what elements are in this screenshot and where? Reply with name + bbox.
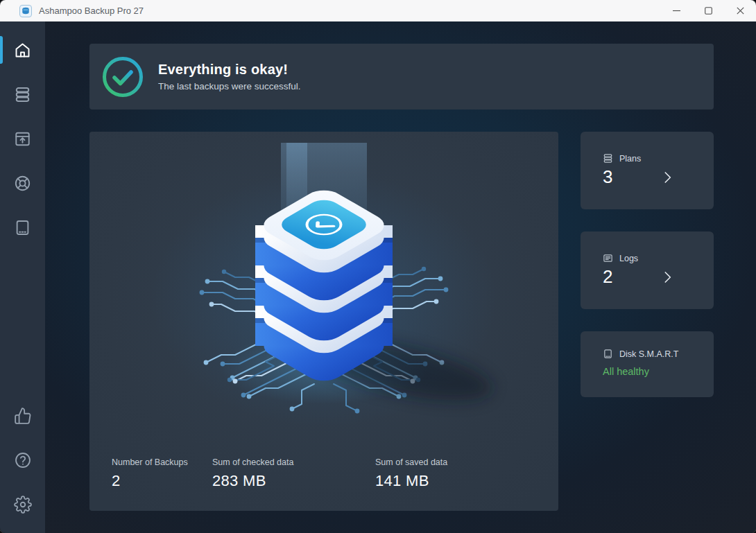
overview-stats: Number of Backups 2 Sum of checked data …: [112, 457, 447, 490]
titlebar: Ashampoo Backup Pro 27: [0, 0, 756, 21]
minimize-icon: [673, 7, 680, 15]
stat-label: Sum of saved data: [375, 457, 447, 467]
sidebar-item-disks[interactable]: [0, 205, 45, 250]
chevron-right-icon[interactable]: [658, 168, 676, 186]
status-banner: Everything is okay! The last backups wer…: [89, 44, 714, 110]
disk-icon: [603, 349, 613, 359]
sidebar-item-rate[interactable]: [0, 394, 45, 438]
stat-value: 283 MB: [212, 472, 375, 490]
window-controls: [660, 0, 756, 21]
sidebar-spacer: [0, 250, 45, 394]
plans-card[interactable]: Plans 3: [581, 132, 714, 209]
disk-icon: [13, 218, 32, 237]
rescue-lifebuoy-icon: [13, 174, 32, 193]
sidebar-item-backup-plans[interactable]: [0, 72, 45, 116]
banner-text: Everything is okay! The last backups wer…: [158, 62, 301, 91]
sidebar: [0, 21, 45, 533]
close-icon: [737, 7, 744, 15]
check-circle-icon: [101, 55, 144, 98]
app-window: Ashampoo Backup Pro 27: [0, 0, 756, 533]
side-cards: Plans 3: [581, 132, 714, 511]
banner-title: Everything is okay!: [158, 62, 301, 78]
stat-saved-data: Sum of saved data 141 MB: [375, 457, 447, 490]
banner-subtitle: The last backups were successful.: [158, 81, 301, 91]
stat-label: Sum of checked data: [212, 457, 375, 467]
disk-smart-status: All healthy: [603, 366, 697, 377]
chevron-right-icon[interactable]: [658, 268, 676, 286]
logs-card[interactable]: Logs 2: [581, 231, 714, 309]
backup-plans-stack-icon: [13, 85, 32, 104]
stack-icon: [603, 153, 613, 164]
sidebar-item-help[interactable]: [0, 438, 45, 482]
settings-gear-icon: [14, 496, 32, 514]
app-logo-icon: [19, 5, 32, 17]
server-stack-circuit-illustration: [102, 143, 546, 469]
sidebar-item-settings[interactable]: [0, 482, 45, 527]
plans-count: 3: [603, 166, 612, 188]
disk-smart-card-label: Disk S.M.A.R.T: [619, 349, 678, 359]
logs-card-label: Logs: [619, 254, 638, 263]
stat-value: 141 MB: [375, 472, 447, 490]
help-icon: [14, 451, 32, 469]
thumbs-up-icon: [14, 407, 32, 425]
disk-smart-card: Disk S.M.A.R.T All healthy: [581, 331, 714, 397]
close-button[interactable]: [724, 0, 756, 21]
stat-label: Number of Backups: [112, 457, 212, 467]
plans-card-label: Plans: [619, 154, 641, 164]
logs-icon: [603, 253, 613, 263]
logs-count: 2: [603, 266, 612, 288]
restore-box-icon: [13, 130, 32, 148]
sidebar-item-restore[interactable]: [0, 116, 45, 161]
maximize-icon: [705, 7, 712, 15]
maximize-button[interactable]: [692, 0, 724, 21]
titlebar-left: Ashampoo Backup Pro 27: [0, 5, 144, 17]
overview-card: Number of Backups 2 Sum of checked data …: [89, 132, 558, 511]
stat-number-of-backups: Number of Backups 2: [112, 457, 212, 490]
active-indicator: [0, 36, 3, 64]
stat-checked-data: Sum of checked data 283 MB: [212, 457, 375, 490]
minimize-button[interactable]: [660, 0, 692, 21]
main-content: Everything is okay! The last backups wer…: [45, 21, 756, 533]
app-body: Everything is okay! The last backups wer…: [0, 21, 756, 533]
sidebar-item-home[interactable]: [0, 28, 45, 72]
home-icon: [13, 41, 32, 60]
stat-value: 2: [112, 472, 212, 490]
sidebar-item-rescue[interactable]: [0, 161, 45, 205]
window-title: Ashampoo Backup Pro 27: [39, 6, 144, 16]
